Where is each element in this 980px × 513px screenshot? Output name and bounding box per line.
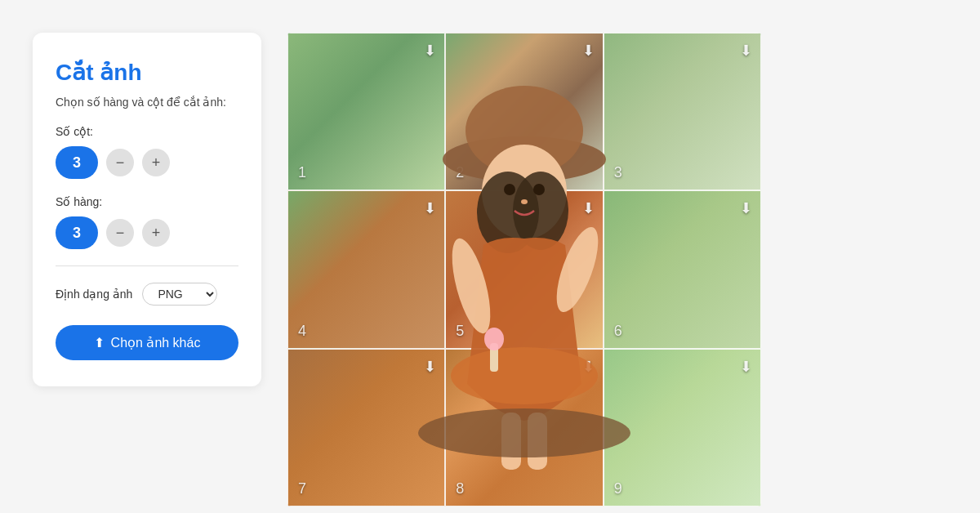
cell-number-3: 3: [614, 164, 622, 181]
upload-icon: ⬆: [94, 335, 105, 350]
rows-label: Số hàng:: [56, 195, 238, 208]
format-label: Định dạng ảnh: [56, 288, 132, 301]
cell-number-1: 1: [298, 164, 306, 181]
panel-title: Cắt ảnh: [56, 59, 238, 86]
grid-cell-2: ⬇ 2: [445, 33, 603, 190]
choose-image-button[interactable]: ⬆ Chọn ảnh khác: [56, 325, 238, 360]
rows-counter: 3 − +: [56, 216, 238, 249]
choose-image-label: Chọn ảnh khác: [111, 335, 201, 350]
cell-number-4: 4: [298, 323, 306, 340]
grid-cell-8: ⬇ 8: [445, 349, 603, 506]
cell-number-2: 2: [456, 164, 464, 181]
download-icon-3[interactable]: ⬇: [740, 42, 752, 60]
download-icon-6[interactable]: ⬇: [740, 199, 752, 217]
download-icon-7[interactable]: ⬇: [424, 358, 436, 376]
cell-number-9: 9: [614, 480, 622, 497]
grid-cell-7: ⬇ 7: [287, 349, 445, 506]
grid-cell-1: ⬇ 1: [287, 33, 445, 190]
cell-number-7: 7: [298, 480, 306, 497]
grid-cell-6: ⬇ 6: [604, 190, 761, 348]
columns-decrement-button[interactable]: −: [106, 149, 134, 176]
minus-icon: −: [116, 154, 125, 172]
format-row: Định dạng ảnh PNG JPG WEBP: [56, 283, 238, 306]
plus-icon: +: [152, 225, 161, 242]
columns-value: 3: [56, 146, 98, 179]
image-grid: ⬇ 1 ⬇ 2 ⬇ 3 ⬇ 4 ⬇ 5 ⬇ 6: [287, 33, 761, 506]
rows-decrement-button[interactable]: −: [106, 219, 134, 247]
grid-cell-4: ⬇ 4: [287, 190, 445, 348]
download-icon-5[interactable]: ⬇: [582, 199, 595, 217]
minus-icon: −: [116, 225, 125, 242]
control-panel: Cắt ảnh Chọn số hàng và cột để cắt ảnh: …: [33, 33, 261, 386]
cell-number-6: 6: [614, 323, 622, 340]
download-icon-4[interactable]: ⬇: [424, 199, 436, 217]
format-select[interactable]: PNG JPG WEBP: [142, 283, 217, 306]
cell-number-8: 8: [456, 480, 464, 497]
columns-counter: 3 − +: [56, 146, 238, 179]
grid-cell-3: ⬇ 3: [604, 33, 761, 190]
download-icon-2[interactable]: ⬇: [582, 42, 595, 60]
columns-label: Số cột:: [56, 125, 238, 138]
cell-number-5: 5: [456, 323, 464, 340]
grid-cell-9: ⬇ 9: [604, 349, 761, 506]
rows-increment-button[interactable]: +: [142, 219, 170, 247]
grid-cell-5: ⬇ 5: [445, 190, 603, 348]
columns-increment-button[interactable]: +: [142, 149, 170, 176]
main-container: Cắt ảnh Chọn số hàng và cột để cắt ảnh: …: [0, 0, 980, 513]
plus-icon: +: [152, 154, 161, 172]
download-icon-9[interactable]: ⬇: [740, 358, 752, 376]
image-grid-wrapper: ⬇ 1 ⬇ 2 ⬇ 3 ⬇ 4 ⬇ 5 ⬇ 6: [287, 33, 947, 506]
download-icon-1[interactable]: ⬇: [424, 42, 436, 60]
divider: [56, 265, 238, 266]
panel-subtitle: Chọn số hàng và cột để cắt ảnh:: [56, 96, 238, 109]
rows-value: 3: [56, 216, 98, 249]
download-icon-8[interactable]: ⬇: [582, 358, 595, 376]
